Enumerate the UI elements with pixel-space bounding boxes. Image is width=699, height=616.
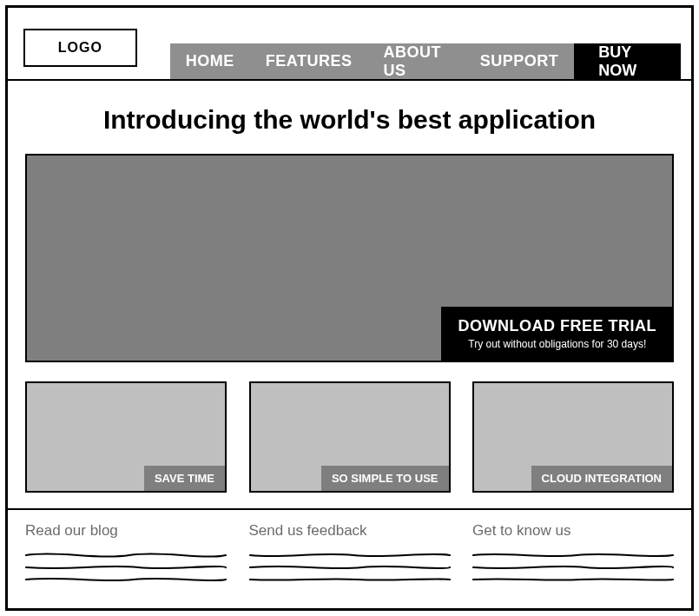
footer: Read our blog Send us feedback [8,508,691,588]
download-trial-title: DOWNLOAD FREE TRIAL [458,317,656,335]
placeholder-line-icon [472,552,674,559]
placeholder-line-icon [472,576,674,583]
header: LOGO HOME FEATURES ABOUT US SUPPORT BUY … [8,8,691,81]
main-content: Introducing the world's best application… [8,81,691,508]
footer-col-blog: Read our blog [25,522,227,588]
nav-about-us[interactable]: ABOUT US [367,43,464,79]
footer-col-feedback: Send us feedback [249,522,451,588]
hero-image-placeholder: DOWNLOAD FREE TRIAL Try out without obli… [25,154,674,362]
page-frame: LOGO HOME FEATURES ABOUT US SUPPORT BUY … [5,5,694,611]
logo[interactable]: LOGO [23,29,137,67]
feature-tag: CLOUD INTEGRATION [531,466,672,491]
feature-card-simple[interactable]: SO SIMPLE TO USE [249,381,451,493]
placeholder-line-icon [25,564,227,571]
footer-heading-feedback[interactable]: Send us feedback [249,522,451,540]
footer-heading-about[interactable]: Get to know us [472,522,674,540]
logo-text: LOGO [58,40,102,56]
feature-card-save-time[interactable]: SAVE TIME [25,381,227,493]
download-trial-subtitle: Try out without obligations for 30 days! [458,338,656,350]
download-trial-cta[interactable]: DOWNLOAD FREE TRIAL Try out without obli… [441,307,674,362]
placeholder-line-icon [249,576,451,583]
nav-home[interactable]: HOME [170,43,250,79]
placeholder-line-icon [25,576,227,583]
placeholder-line-icon [472,564,674,571]
nav-bar: HOME FEATURES ABOUT US SUPPORT BUY NOW [170,43,681,79]
feature-card-cloud[interactable]: CLOUD INTEGRATION [472,381,674,493]
features-row: SAVE TIME SO SIMPLE TO USE CLOUD INTEGRA… [25,381,674,493]
placeholder-line-icon [249,552,451,559]
placeholder-line-icon [25,552,227,559]
footer-heading-blog[interactable]: Read our blog [25,522,227,540]
footer-col-about: Get to know us [472,522,674,588]
nav-features[interactable]: FEATURES [250,43,368,79]
nav-support[interactable]: SUPPORT [465,43,575,79]
page-headline: Introducing the world's best application [25,105,674,135]
feature-tag: SAVE TIME [144,466,225,491]
feature-tag: SO SIMPLE TO USE [321,466,449,491]
placeholder-line-icon [249,564,451,571]
nav-buy-now[interactable]: BUY NOW [574,43,681,79]
